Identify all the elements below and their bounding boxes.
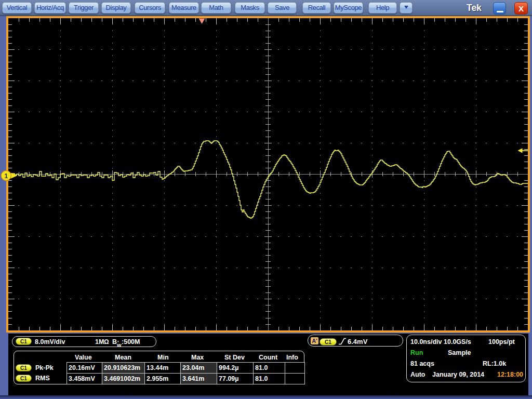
svg-text:1: 1: [4, 172, 8, 180]
